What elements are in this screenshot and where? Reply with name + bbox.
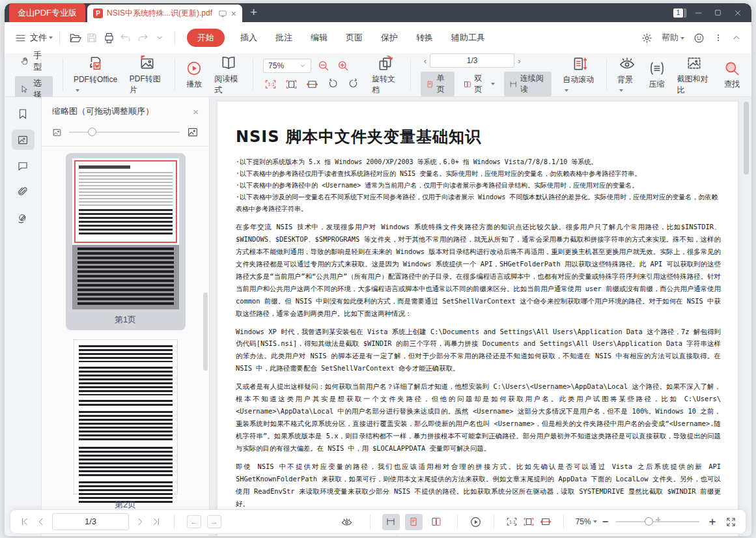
continuous-read-toggle[interactable] xyxy=(382,514,400,530)
window-stack-badge[interactable]: 1 xyxy=(673,8,683,18)
menu-tab-edit[interactable]: 编辑 xyxy=(301,32,337,44)
separator xyxy=(253,59,253,91)
thumbnail-list: 第1页 第2页 xyxy=(42,147,209,536)
status-page-indicator[interactable]: 1/3 xyxy=(52,513,129,530)
eye-protect-icon[interactable] xyxy=(341,516,353,528)
menu-tab-start[interactable]: 开始 xyxy=(187,29,225,47)
play-slideshow-toggle[interactable] xyxy=(469,516,482,528)
previous-page-icon[interactable] xyxy=(36,517,46,527)
menu-tab-insert[interactable]: 插入 xyxy=(231,32,266,44)
next-page-icon[interactable]: › xyxy=(514,56,524,66)
document-tab[interactable]: P NSIS中系统特殊...识(更新).pdf × xyxy=(87,5,242,22)
zoom-in-icon[interactable] xyxy=(336,59,350,73)
status-zoom-value[interactable]: 75% xyxy=(576,517,597,526)
panel-close-icon[interactable]: × xyxy=(193,106,199,117)
double-page-mode-button[interactable]: 双页 xyxy=(458,72,500,96)
continuous-read-button[interactable]: 连续阅读 xyxy=(504,72,552,96)
toolbar-page-indicator[interactable]: 1/3 xyxy=(430,53,514,68)
zoom-in-button[interactable]: ＋ xyxy=(707,515,718,529)
view-back-button[interactable]: ← xyxy=(187,515,201,528)
more-options-icon[interactable] xyxy=(714,33,723,42)
print-button[interactable] xyxy=(100,29,117,46)
thumbnails-icon[interactable] xyxy=(12,130,35,150)
fit-width-toggle[interactable] xyxy=(540,516,552,528)
auto-scroll-button[interactable]: 自动滚动 xyxy=(557,55,602,94)
maximize-button[interactable] xyxy=(714,8,722,17)
hand-tool-button[interactable]: 手型 xyxy=(15,48,53,74)
document-title: NSIS 脚本中文件夹变量基础知识 xyxy=(236,126,721,147)
help-menu[interactable]: 帮助 xyxy=(662,32,684,44)
document-scrollbar[interactable] xyxy=(743,100,749,536)
fullscreen-icon[interactable] xyxy=(725,517,736,528)
attachments-icon[interactable] xyxy=(12,182,35,202)
slider-knob[interactable] xyxy=(88,128,96,136)
app-main-button[interactable]: 金山PDF专业版 xyxy=(9,3,85,22)
menubar: 文件 开始 插入 批注 编辑 页面 保护 转换 辅助工具 帮助 xyxy=(5,22,751,53)
present-screen-icon[interactable] xyxy=(218,9,227,18)
single-page-mode-button[interactable]: 单页 xyxy=(421,72,455,96)
panel-scrollbar[interactable] xyxy=(203,292,208,371)
last-page-icon[interactable] xyxy=(151,517,161,527)
settings-gear-icon[interactable] xyxy=(641,33,652,44)
separator xyxy=(563,515,564,529)
pdf-to-image-button[interactable]: PDF转图片 xyxy=(124,55,170,96)
background-button[interactable]: 背景 xyxy=(611,55,642,94)
menu-tab-page[interactable]: 页面 xyxy=(337,32,372,44)
new-tab-button[interactable]: + xyxy=(250,5,257,20)
menu-tab-annotate[interactable]: 批注 xyxy=(266,32,301,44)
read-mode-button[interactable]: 阅读模式 xyxy=(208,55,248,96)
pdf-page[interactable]: NSIS 脚本中文件夹变量基础知识 ·以下提到的系统版本为 5.x 指 Wind… xyxy=(217,102,738,536)
thumbnail-size-slider[interactable] xyxy=(69,132,180,133)
fit-page-icon[interactable] xyxy=(284,77,298,91)
menu-tab-convert[interactable]: 转换 xyxy=(407,32,442,44)
next-page-icon[interactable] xyxy=(135,517,145,527)
double-page-toggle[interactable] xyxy=(428,514,445,530)
zoom-slider[interactable] xyxy=(616,521,699,522)
compress-button[interactable]: 压缩 xyxy=(643,60,671,90)
open-file-button[interactable] xyxy=(66,29,83,46)
play-slideshow-button[interactable]: 播放 xyxy=(180,60,208,90)
zoom-slider-knob[interactable] xyxy=(645,517,653,526)
hamburger-icon[interactable] xyxy=(15,33,26,44)
find-button[interactable]: 查找 xyxy=(718,60,746,90)
undo-button[interactable] xyxy=(117,29,134,46)
scrollbar-thumb[interactable] xyxy=(744,102,749,175)
zoom-out-button[interactable]: − xyxy=(602,516,608,528)
separator xyxy=(410,59,411,91)
actual-size-toggle[interactable]: 1:1 xyxy=(506,516,518,528)
zoom-select[interactable]: 75% xyxy=(263,59,311,73)
thumbnail-page-2[interactable]: 第2页 xyxy=(66,334,186,515)
bookmarks-icon[interactable] xyxy=(12,104,35,124)
single-page-toggle[interactable] xyxy=(405,514,423,530)
close-button[interactable] xyxy=(733,8,742,18)
menu-tab-tools[interactable]: 辅助工具 xyxy=(442,32,494,44)
separator xyxy=(606,59,607,91)
fit-width-icon[interactable] xyxy=(305,77,319,91)
pdf-to-office-button[interactable]: PDF转Office xyxy=(68,55,124,94)
file-menu[interactable]: 文件 xyxy=(30,32,47,44)
zoom-out-icon[interactable] xyxy=(316,59,331,73)
screenshot-compare-button[interactable]: 截图和对比 xyxy=(671,55,718,96)
doc-bullet: ·以下提到的系统版本为 5.x 指 Windows 2000/XP/2003 等… xyxy=(236,156,721,168)
fit-page-toggle[interactable] xyxy=(523,516,535,528)
minimize-button[interactable] xyxy=(694,8,703,17)
first-page-icon[interactable] xyxy=(20,517,30,527)
quick-access-caret-icon[interactable] xyxy=(151,29,168,46)
comments-icon[interactable] xyxy=(12,156,35,176)
redo-button[interactable] xyxy=(134,29,151,46)
signature-icon[interactable] xyxy=(12,208,35,228)
tab-close-icon[interactable]: × xyxy=(231,9,236,18)
save-button[interactable] xyxy=(83,29,100,46)
view-forward-button[interactable]: → xyxy=(207,515,221,528)
rotate-left-icon[interactable] xyxy=(326,77,340,91)
feedback-icon[interactable] xyxy=(693,33,705,44)
rotate-right-icon[interactable] xyxy=(346,77,361,91)
rotate-document-button[interactable]: 旋转文档 xyxy=(366,55,406,96)
actual-size-icon[interactable]: 1:1 xyxy=(263,77,277,91)
page-1-preview xyxy=(72,158,179,309)
menu-tab-protect[interactable]: 保护 xyxy=(372,32,407,44)
thumbnail-page-1[interactable]: 第1页 xyxy=(66,153,186,330)
prev-page-icon[interactable]: ‹ xyxy=(421,56,430,66)
collapse-ribbon-icon[interactable] xyxy=(732,33,741,42)
separator xyxy=(370,515,371,529)
